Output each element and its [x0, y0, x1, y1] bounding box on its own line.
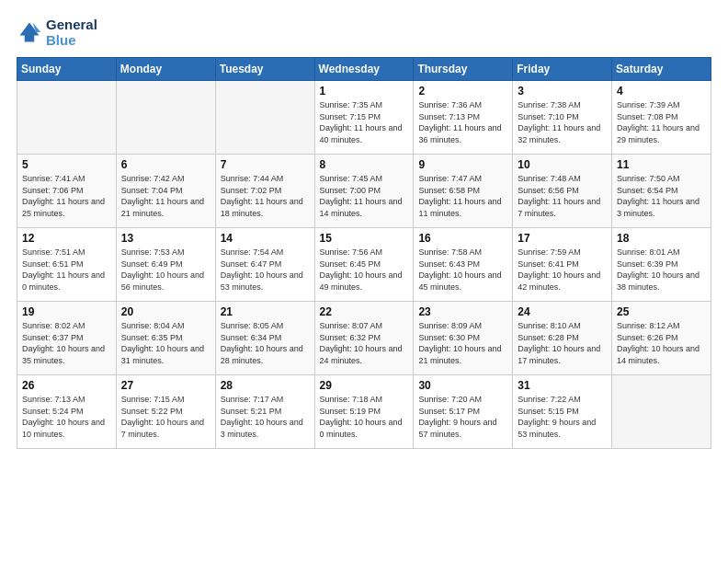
cell-info: Sunrise: 7:58 AMSunset: 6:43 PMDaylight:…	[418, 247, 507, 293]
day-number: 21	[221, 305, 310, 318]
cell-info: Sunrise: 7:13 AMSunset: 5:24 PMDaylight:…	[22, 394, 111, 440]
calendar-cell	[116, 81, 215, 155]
weekday-header-monday: Monday	[116, 58, 215, 81]
day-number: 10	[518, 158, 607, 171]
calendar-cell: 9Sunrise: 7:47 AMSunset: 6:58 PMDaylight…	[414, 155, 513, 228]
cell-info: Sunrise: 8:12 AMSunset: 6:26 PMDaylight:…	[617, 320, 706, 366]
day-number: 1	[320, 85, 409, 98]
calendar-cell: 16Sunrise: 7:58 AMSunset: 6:43 PMDayligh…	[414, 228, 513, 302]
day-number: 26	[22, 379, 111, 392]
day-number: 14	[221, 232, 310, 245]
calendar-cell: 18Sunrise: 8:01 AMSunset: 6:39 PMDayligh…	[612, 228, 711, 302]
cell-info: Sunrise: 8:05 AMSunset: 6:34 PMDaylight:…	[221, 320, 310, 366]
cell-info: Sunrise: 7:17 AMSunset: 5:21 PMDaylight:…	[221, 394, 310, 440]
calendar-cell: 20Sunrise: 8:04 AMSunset: 6:35 PMDayligh…	[116, 302, 215, 375]
calendar-cell: 22Sunrise: 8:07 AMSunset: 6:32 PMDayligh…	[314, 302, 414, 375]
day-number: 17	[518, 232, 607, 245]
calendar-cell: 23Sunrise: 8:09 AMSunset: 6:30 PMDayligh…	[414, 302, 513, 375]
day-number: 7	[221, 158, 310, 171]
calendar-cell: 29Sunrise: 7:18 AMSunset: 5:19 PMDayligh…	[314, 375, 414, 449]
calendar-week-3: 12Sunrise: 7:51 AMSunset: 6:51 PMDayligh…	[17, 228, 711, 302]
day-number: 8	[320, 158, 409, 171]
day-number: 9	[418, 158, 507, 171]
cell-info: Sunrise: 7:20 AMSunset: 5:17 PMDaylight:…	[418, 394, 507, 440]
header: General Blue	[17, 17, 711, 48]
day-number: 15	[320, 232, 409, 245]
day-number: 20	[121, 305, 210, 318]
calendar-cell: 7Sunrise: 7:44 AMSunset: 7:02 PMDaylight…	[215, 155, 314, 228]
cell-info: Sunrise: 7:35 AMSunset: 7:15 PMDaylight:…	[320, 99, 409, 145]
calendar-cell: 1Sunrise: 7:35 AMSunset: 7:15 PMDaylight…	[314, 81, 414, 155]
calendar-cell: 27Sunrise: 7:15 AMSunset: 5:22 PMDayligh…	[116, 375, 215, 449]
page: General Blue SundayMondayTuesdayWednesda…	[0, 0, 728, 563]
day-number: 23	[418, 305, 507, 318]
logo-text: General Blue	[46, 17, 97, 48]
day-number: 28	[221, 379, 310, 392]
cell-info: Sunrise: 7:59 AMSunset: 6:41 PMDaylight:…	[518, 247, 607, 293]
calendar-cell	[17, 81, 117, 155]
day-number: 2	[418, 85, 507, 98]
calendar-cell: 5Sunrise: 7:41 AMSunset: 7:06 PMDaylight…	[17, 155, 117, 228]
calendar-cell: 25Sunrise: 8:12 AMSunset: 6:26 PMDayligh…	[612, 302, 711, 375]
day-number: 22	[320, 305, 409, 318]
weekday-header-friday: Friday	[513, 58, 612, 81]
day-number: 30	[418, 379, 507, 392]
calendar-cell: 3Sunrise: 7:38 AMSunset: 7:10 PMDaylight…	[513, 81, 612, 155]
weekday-header-saturday: Saturday	[612, 58, 711, 81]
day-number: 29	[320, 379, 409, 392]
cell-info: Sunrise: 7:15 AMSunset: 5:22 PMDaylight:…	[121, 394, 210, 440]
calendar-week-4: 19Sunrise: 8:02 AMSunset: 6:37 PMDayligh…	[17, 302, 711, 375]
cell-info: Sunrise: 7:45 AMSunset: 7:00 PMDaylight:…	[320, 173, 409, 219]
cell-info: Sunrise: 7:42 AMSunset: 7:04 PMDaylight:…	[121, 173, 210, 219]
cell-info: Sunrise: 7:53 AMSunset: 6:49 PMDaylight:…	[121, 247, 210, 293]
calendar-cell: 14Sunrise: 7:54 AMSunset: 6:47 PMDayligh…	[215, 228, 314, 302]
cell-info: Sunrise: 7:22 AMSunset: 5:15 PMDaylight:…	[518, 394, 607, 440]
calendar-cell: 17Sunrise: 7:59 AMSunset: 6:41 PMDayligh…	[513, 228, 612, 302]
day-number: 13	[121, 232, 210, 245]
logo-icon	[17, 19, 42, 45]
weekday-header-wednesday: Wednesday	[314, 58, 414, 81]
day-number: 4	[617, 85, 706, 98]
calendar-cell: 15Sunrise: 7:56 AMSunset: 6:45 PMDayligh…	[314, 228, 414, 302]
calendar-cell: 31Sunrise: 7:22 AMSunset: 5:15 PMDayligh…	[513, 375, 612, 449]
cell-info: Sunrise: 8:04 AMSunset: 6:35 PMDaylight:…	[121, 320, 210, 366]
calendar-cell: 10Sunrise: 7:48 AMSunset: 6:56 PMDayligh…	[513, 155, 612, 228]
cell-info: Sunrise: 7:50 AMSunset: 6:54 PMDaylight:…	[617, 173, 706, 219]
cell-info: Sunrise: 8:07 AMSunset: 6:32 PMDaylight:…	[320, 320, 409, 366]
cell-info: Sunrise: 8:02 AMSunset: 6:37 PMDaylight:…	[22, 320, 111, 366]
calendar: SundayMondayTuesdayWednesdayThursdayFrid…	[17, 57, 711, 449]
cell-info: Sunrise: 8:10 AMSunset: 6:28 PMDaylight:…	[518, 320, 607, 366]
weekday-header-sunday: Sunday	[17, 58, 117, 81]
calendar-week-5: 26Sunrise: 7:13 AMSunset: 5:24 PMDayligh…	[17, 375, 711, 449]
day-number: 24	[518, 305, 607, 318]
cell-info: Sunrise: 7:54 AMSunset: 6:47 PMDaylight:…	[221, 247, 310, 293]
day-number: 12	[22, 232, 111, 245]
day-number: 5	[22, 158, 111, 171]
weekday-header-tuesday: Tuesday	[215, 58, 314, 81]
calendar-cell: 6Sunrise: 7:42 AMSunset: 7:04 PMDaylight…	[116, 155, 215, 228]
cell-info: Sunrise: 8:09 AMSunset: 6:30 PMDaylight:…	[418, 320, 507, 366]
calendar-week-1: 1Sunrise: 7:35 AMSunset: 7:15 PMDaylight…	[17, 81, 711, 155]
cell-info: Sunrise: 7:44 AMSunset: 7:02 PMDaylight:…	[221, 173, 310, 219]
calendar-cell: 21Sunrise: 8:05 AMSunset: 6:34 PMDayligh…	[215, 302, 314, 375]
day-number: 19	[22, 305, 111, 318]
cell-info: Sunrise: 7:18 AMSunset: 5:19 PMDaylight:…	[320, 394, 409, 440]
cell-info: Sunrise: 7:38 AMSunset: 7:10 PMDaylight:…	[518, 99, 607, 145]
cell-info: Sunrise: 7:56 AMSunset: 6:45 PMDaylight:…	[320, 247, 409, 293]
day-number: 18	[617, 232, 706, 245]
day-number: 11	[617, 158, 706, 171]
logo: General Blue	[17, 17, 97, 48]
calendar-cell: 19Sunrise: 8:02 AMSunset: 6:37 PMDayligh…	[17, 302, 117, 375]
calendar-cell: 12Sunrise: 7:51 AMSunset: 6:51 PMDayligh…	[17, 228, 117, 302]
calendar-week-2: 5Sunrise: 7:41 AMSunset: 7:06 PMDaylight…	[17, 155, 711, 228]
weekday-header-thursday: Thursday	[414, 58, 513, 81]
calendar-cell: 30Sunrise: 7:20 AMSunset: 5:17 PMDayligh…	[414, 375, 513, 449]
calendar-cell	[215, 81, 314, 155]
cell-info: Sunrise: 7:47 AMSunset: 6:58 PMDaylight:…	[418, 173, 507, 219]
calendar-cell	[612, 375, 711, 449]
day-number: 31	[518, 379, 607, 392]
day-number: 16	[418, 232, 507, 245]
weekday-header-row: SundayMondayTuesdayWednesdayThursdayFrid…	[17, 58, 711, 81]
cell-info: Sunrise: 7:51 AMSunset: 6:51 PMDaylight:…	[22, 247, 111, 293]
calendar-cell: 28Sunrise: 7:17 AMSunset: 5:21 PMDayligh…	[215, 375, 314, 449]
